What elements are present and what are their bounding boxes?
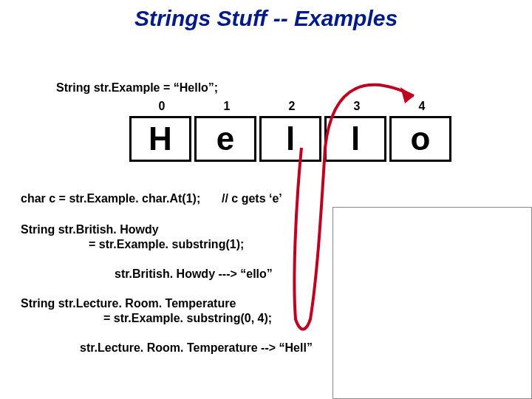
index-4: 4 <box>389 100 454 113</box>
string-declaration: String str.Example = “Hello”; <box>56 81 218 95</box>
lecture-decl-1: String str.Lecture. Room. Temperature <box>21 297 236 310</box>
letter-e: e <box>194 116 256 162</box>
index-1: 1 <box>194 100 259 113</box>
index-2: 2 <box>259 100 324 113</box>
letter-l2: l <box>324 116 386 162</box>
inset-box <box>332 207 532 399</box>
lecture-decl-2: = str.Example. substring(0, 4); <box>103 312 272 325</box>
charat-code: char c = str.Example. char.At(1); <box>21 192 200 205</box>
letter-o: o <box>389 116 451 162</box>
index-row: 0 1 2 3 4 <box>129 100 454 113</box>
letter-h: H <box>129 116 191 162</box>
british-result: str.British. Howdy ---> “ello” <box>115 267 273 281</box>
letter-l1: l <box>259 116 321 162</box>
lecture-result: str.Lecture. Room. Temperature --> “Hell… <box>80 341 313 355</box>
hello-boxes: 0 1 2 3 4 H e l l o <box>129 100 454 162</box>
index-0: 0 <box>129 100 194 113</box>
british-decl-2: = str.Example. substring(1); <box>89 238 244 251</box>
letter-row: H e l l o <box>129 116 454 162</box>
index-3: 3 <box>324 100 389 113</box>
british-decl-1: String str.British. Howdy <box>21 223 159 236</box>
slide-title: Strings Stuff -- Examples <box>0 6 532 31</box>
charat-comment: // c gets ‘e’ <box>222 192 282 205</box>
